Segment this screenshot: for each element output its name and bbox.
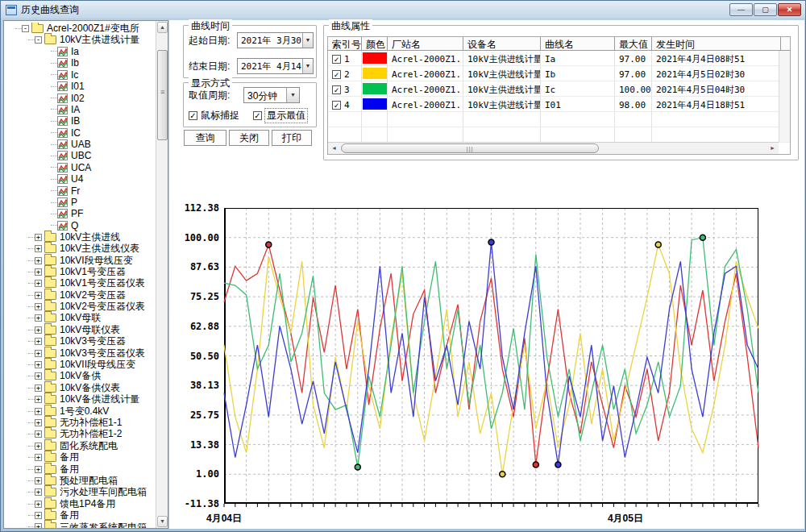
minimize-button[interactable]: — <box>729 3 753 16</box>
tree-item[interactable]: I01 <box>4 81 156 92</box>
table-row[interactable]: ✓1Acrel-2000Z1...10kV主供进线计量Ia97.002021年4… <box>328 51 790 66</box>
expand-icon[interactable]: + <box>35 268 42 276</box>
show-extremes-checkbox[interactable]: ✓ 显示最值 <box>253 109 307 123</box>
column-header[interactable]: 设备名 <box>463 37 541 50</box>
tree-item[interactable]: +固化系统配电 <box>4 440 156 451</box>
expand-icon[interactable]: + <box>35 372 42 380</box>
expand-icon[interactable]: + <box>35 443 42 450</box>
tree-item[interactable]: +馈电1P4备用 <box>4 498 156 509</box>
tree-scrollbar[interactable]: ▲ ▼ <box>156 21 168 528</box>
tree-item[interactable]: +备用 <box>4 451 156 463</box>
chart-canvas[interactable] <box>224 208 758 509</box>
expand-icon[interactable]: + <box>35 477 42 484</box>
table-header[interactable]: 索引号颜色厂站名设备名曲线名最大值发生时间 <box>328 37 790 51</box>
tree-item[interactable]: Ia <box>4 46 156 57</box>
empty-row <box>328 127 790 143</box>
tree-item[interactable]: P <box>4 197 156 208</box>
row-checkbox[interactable]: ✓ <box>332 55 341 64</box>
collapse-icon[interactable]: - <box>22 25 29 32</box>
expand-icon[interactable]: + <box>35 466 42 473</box>
tree-item[interactable]: PF <box>4 208 156 219</box>
mouse-capture-checkbox[interactable]: ✓ 鼠标捕捉 <box>189 109 239 123</box>
column-header[interactable]: 厂站名 <box>388 37 463 50</box>
table-row[interactable]: ✓3Acrel-2000Z1...10kV主供进线计量Ic100.002021年… <box>328 81 790 97</box>
table-row[interactable]: ✓2Acrel-2000Z1...10kV主供进线计量Ib97.002021年4… <box>328 66 790 81</box>
chevron-down-icon[interactable]: ▼ <box>302 59 313 73</box>
tree-item[interactable]: Ic <box>4 69 156 81</box>
row-checkbox[interactable]: ✓ <box>332 85 341 94</box>
row-checkbox[interactable]: ✓ <box>332 70 341 79</box>
checkbox-icon[interactable]: ✓ <box>253 111 262 120</box>
expand-icon[interactable]: + <box>35 257 42 264</box>
tree-item[interactable]: UCA <box>4 162 156 173</box>
tree-item[interactable]: U4 <box>4 173 156 185</box>
expand-icon[interactable]: + <box>35 350 42 357</box>
expand-icon[interactable]: + <box>35 408 42 415</box>
expand-icon[interactable]: + <box>35 488 42 496</box>
tree-item[interactable]: IC <box>4 127 156 139</box>
chevron-down-icon[interactable]: ▼ <box>286 88 299 102</box>
color-swatch <box>363 98 387 110</box>
close-dialog-button[interactable]: 关闭 <box>229 130 269 146</box>
expand-icon[interactable]: + <box>35 303 42 310</box>
collapse-icon[interactable]: - <box>35 36 42 44</box>
table-scroll-thumb[interactable]: ||| <box>341 143 599 153</box>
tree-item[interactable]: UAB <box>4 139 156 150</box>
query-button[interactable]: 查询 <box>184 130 226 146</box>
expand-icon[interactable]: + <box>35 523 42 528</box>
scroll-right-icon[interactable]: ► <box>767 143 778 153</box>
expand-icon[interactable]: + <box>35 419 42 426</box>
expand-icon[interactable]: + <box>35 361 42 368</box>
expand-icon[interactable]: + <box>35 338 42 345</box>
close-button[interactable]: ✕ <box>778 3 801 16</box>
scroll-left-icon[interactable]: ◄ <box>329 143 339 153</box>
expand-icon[interactable]: + <box>35 430 42 438</box>
tree-scroll-thumb[interactable] <box>157 50 168 140</box>
curve-icon <box>57 116 68 126</box>
expand-icon[interactable]: + <box>35 292 42 299</box>
chevron-down-icon[interactable]: ▼ <box>302 33 313 48</box>
expand-icon[interactable]: + <box>35 501 42 508</box>
expand-icon[interactable]: + <box>35 454 42 461</box>
table-row[interactable]: ✓4Acrel-2000Z1...10kV主供进线计量I0198.002021年… <box>328 97 790 112</box>
expand-icon[interactable]: + <box>35 396 42 403</box>
tree-item[interactable]: +三效蒸发系统配电箱 <box>4 522 156 528</box>
table-hscrollbar[interactable]: ◄ ||| ► <box>328 142 779 154</box>
expand-icon[interactable]: + <box>35 234 42 241</box>
curve-name: I01 <box>545 100 561 110</box>
table-cell: ✓2 <box>328 66 362 81</box>
column-header[interactable]: 颜色 <box>362 37 388 50</box>
expand-icon[interactable]: + <box>35 384 42 392</box>
maximize-button[interactable]: ▢ <box>754 3 777 16</box>
start-date-picker[interactable]: 2021年 3月30 ▼ <box>237 32 314 48</box>
expand-icon[interactable]: + <box>35 512 42 519</box>
checkbox-icon[interactable]: ✓ <box>189 111 197 120</box>
curve-properties-group: 曲线属性 索引号颜色厂站名设备名曲线名最大值发生时间 ✓1Acrel-2000Z… <box>323 25 799 160</box>
period-combobox[interactable]: 30分钟 ▼ <box>243 87 300 103</box>
print-button[interactable]: 打印 <box>272 130 312 146</box>
tree-item[interactable]: I02 <box>4 92 156 103</box>
row-checkbox[interactable]: ✓ <box>332 101 341 110</box>
expand-icon[interactable]: + <box>35 280 42 287</box>
tree-item[interactable]: Fr <box>4 185 156 196</box>
column-header[interactable]: 曲线名 <box>541 37 615 50</box>
table-vscrollbar[interactable] <box>779 51 790 142</box>
column-header[interactable]: 索引号 <box>328 37 362 50</box>
column-header[interactable]: 最大值 <box>615 37 652 50</box>
tree-item[interactable]: Ib <box>4 57 156 69</box>
title-bar[interactable]: 历史曲线查询 — ▢ ✕ <box>1 1 805 19</box>
tree-item[interactable]: IB <box>4 115 156 127</box>
tree-item[interactable]: IA <box>4 104 156 115</box>
table-cell: Ic <box>541 81 615 96</box>
expand-icon[interactable]: + <box>35 326 42 334</box>
tree-item[interactable]: UBC <box>4 150 156 161</box>
end-date-picker[interactable]: 2021年 4月14 ▼ <box>237 58 314 74</box>
scroll-down-icon[interactable]: ▼ <box>157 516 168 527</box>
expand-icon[interactable]: + <box>35 245 42 252</box>
expand-icon[interactable]: + <box>35 314 42 322</box>
table-cell: 10kV主供进线计量 <box>463 51 541 65</box>
column-header[interactable]: 发生时间 <box>652 37 781 50</box>
min-marker <box>533 462 538 468</box>
tree-item[interactable]: -10kV主供进线计量 <box>4 34 156 45</box>
scroll-up-icon[interactable]: ▲ <box>157 22 168 33</box>
